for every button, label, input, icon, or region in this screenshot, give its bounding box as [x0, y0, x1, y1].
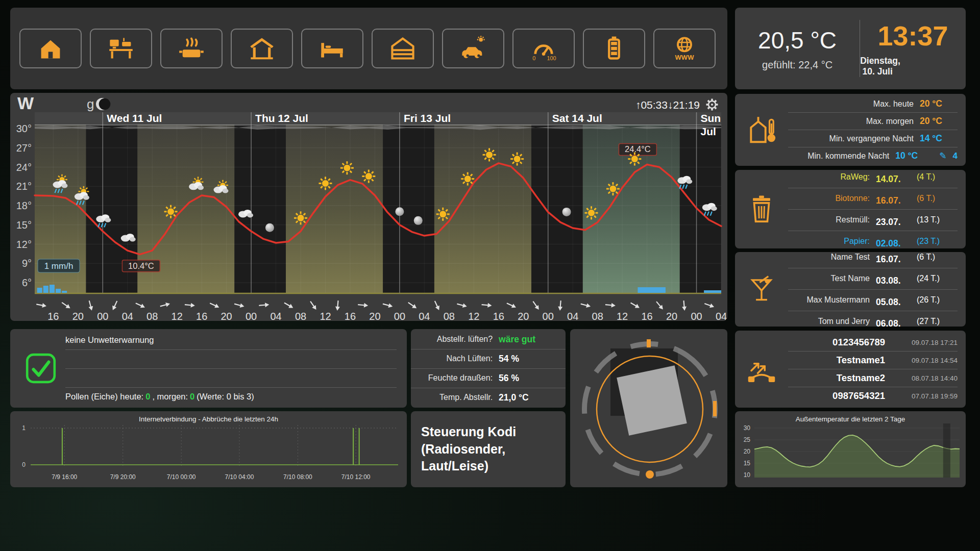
- clock-panel: 20,5 °C gefühlt: 22,4 °C 13:37 Dienstag,…: [735, 8, 966, 89]
- smart-home-dashboard: 0100 WWW 20,5 °C gefühlt: 22,4 °C 13:37 …: [0, 0, 980, 551]
- cocktail-icon: [747, 274, 776, 304]
- nav-button-gauge[interactable]: 0100: [512, 29, 575, 68]
- birthday-days-left: (27 T.): [917, 317, 958, 326]
- svg-text:20: 20: [369, 311, 380, 321]
- kodi-label: Steuerung Kodi (Radiosender, Laut/Leise): [421, 423, 555, 475]
- call-timestamp: 07.07.18 19:59: [891, 392, 958, 400]
- nav-button-storage[interactable]: [372, 29, 434, 68]
- svg-text:20: 20: [518, 311, 529, 321]
- svg-text:1: 1: [22, 424, 26, 432]
- nav-button-battery[interactable]: [583, 29, 645, 68]
- trash-date: 14.07.: [876, 174, 911, 185]
- svg-text:16: 16: [345, 311, 356, 321]
- trash-type: Papier:: [788, 237, 870, 246]
- birthday-rows: Name Test 16.07. (6 T.) Test Name 03.08.…: [788, 252, 966, 327]
- phone-calls-icon: [746, 354, 777, 385]
- gauge-icon: 0100: [530, 35, 557, 62]
- nav-button-office[interactable]: [90, 29, 152, 68]
- trash-type: Biotonne:: [788, 194, 870, 203]
- trash-rows: RaWeg: 14.07. (4 T.) Biotonne: 16.07. (6…: [788, 170, 966, 248]
- temperature-rows: Max. heute 20 °C Max. morgen 20 °C Min. …: [788, 94, 966, 166]
- trash-days-left: (4 T.): [917, 172, 958, 182]
- knob-handle-dot[interactable]: [646, 470, 654, 479]
- svg-text:7/10 04:00: 7/10 04:00: [225, 473, 254, 481]
- pollen-today-value: 0: [143, 392, 152, 402]
- temp-row: Min. kommende Nacht 10 °C ✎ 4: [788, 147, 958, 164]
- svg-text:10: 10: [744, 471, 751, 479]
- volume-knob[interactable]: [570, 329, 727, 487]
- knob-right-tick: [713, 401, 717, 416]
- trash-can-icon: [747, 194, 776, 224]
- house-icon: [37, 35, 64, 62]
- svg-text:16: 16: [493, 311, 504, 321]
- nav-button-kitchen[interactable]: [160, 29, 223, 68]
- ventilation-row: Nach Lüften: 54 %: [411, 349, 566, 368]
- kitchen-pot-icon: [178, 35, 205, 62]
- svg-text:7/9 16:00: 7/9 16:00: [52, 473, 77, 481]
- svg-text:Fri 13 Jul: Fri 13 Jul: [404, 112, 451, 124]
- svg-text:20: 20: [744, 448, 751, 455]
- www-label: WWW: [675, 54, 695, 61]
- nav-button-car-weather[interactable]: [442, 29, 504, 68]
- knob-top-tick: [647, 339, 651, 347]
- svg-text:16: 16: [47, 311, 59, 321]
- battery-icon: [601, 35, 627, 62]
- nav-button-bedroom[interactable]: [301, 29, 363, 68]
- ventilation-label: Nach Lüften:: [418, 354, 493, 363]
- ventilation-label: Temp. Abstellr.: [418, 393, 493, 402]
- svg-text:Jul: Jul: [701, 126, 716, 137]
- kodi-label-line2: (Radiosender, Laut/Leise): [421, 441, 555, 475]
- svg-text:30°: 30°: [16, 123, 32, 134]
- svg-text:↑05:33↓21:19: ↑05:33↓21:19: [635, 99, 700, 111]
- svg-text:08: 08: [146, 311, 158, 321]
- outdoor-temperature-chart-panel: Außentemperatur die letzten 2 Tage 30252…: [735, 411, 966, 487]
- panel-icon: [735, 331, 788, 408]
- ventilation-row: Feuchte draußen: 56 %: [411, 368, 566, 388]
- trash-schedule-panel: RaWeg: 14.07. (4 T.) Biotonne: 16.07. (6…: [735, 170, 966, 248]
- svg-text:15: 15: [744, 460, 751, 467]
- nav-button-home[interactable]: [19, 29, 82, 68]
- svg-text:08: 08: [444, 311, 455, 321]
- svg-text:0: 0: [22, 461, 26, 468]
- call-timestamp: 09.07.18 14:54: [891, 357, 958, 364]
- svg-text:24°: 24°: [16, 162, 32, 173]
- svg-text:7/10 08:00: 7/10 08:00: [283, 473, 312, 481]
- outdoor-temperature-chart: 3025201510: [735, 411, 966, 487]
- car-weather-icon: [460, 35, 486, 62]
- svg-text:7/10 00:00: 7/10 00:00: [167, 473, 196, 481]
- temp-label: Min. kommende Nacht: [788, 152, 889, 161]
- call-timestamp: 09.07.18 17:21: [891, 339, 958, 346]
- birthday-date: 16.07.: [876, 254, 911, 265]
- kodi-control-panel[interactable]: Steuerung Kodi (Radiosender, Laut/Leise): [411, 411, 566, 487]
- temp-label: Min. vergangene Nacht: [788, 134, 914, 143]
- warning-empty-row: [65, 349, 397, 368]
- birthday-name: Test Name: [788, 274, 870, 283]
- birthday-name: Name Test: [788, 253, 870, 262]
- birthday-days-left: (26 T.): [917, 295, 958, 305]
- svg-text:Thu 12 Jul: Thu 12 Jul: [255, 112, 308, 124]
- svg-text:12: 12: [468, 311, 479, 321]
- knob-plate: [617, 365, 687, 436]
- ventilation-row: Abstellr. lüften? wäre gut: [411, 330, 566, 349]
- svg-text:25: 25: [744, 436, 751, 443]
- birthday-date: 06.08.: [876, 318, 911, 329]
- svg-text:10.4°C: 10.4°C: [128, 261, 154, 270]
- nav-button-www[interactable]: WWW: [653, 29, 716, 68]
- caller-name: Testname2: [788, 372, 885, 384]
- ventilation-value: wäre gut: [499, 334, 558, 345]
- svg-text:7/9 20:00: 7/9 20:00: [110, 473, 136, 481]
- panel-icon: [735, 170, 788, 248]
- nav-button-terrace[interactable]: [231, 29, 293, 68]
- call-row: Testname2 08.07.18 14:40: [788, 369, 958, 387]
- ventilation-label: Feuchte draußen:: [418, 373, 493, 383]
- svg-text:08: 08: [592, 311, 603, 321]
- clock-time: 13:37: [860, 20, 966, 52]
- call-row: 0123456789 09.07.18 17:21: [788, 334, 958, 351]
- weather-forecast-panel[interactable]: Wg↑05:33↓21:1930°27°24°21°18°15°12°9°6°W…: [10, 93, 727, 321]
- temp-row: Min. vergangene Nacht 14 °C: [788, 130, 958, 147]
- caller-name: Testname1: [788, 355, 885, 366]
- svg-text:20: 20: [72, 311, 84, 321]
- gauge-max-label: 100: [547, 55, 556, 61]
- svg-text:Sat 14 Jul: Sat 14 Jul: [552, 112, 602, 124]
- call-list-panel: 0123456789 09.07.18 17:21 Testname1 09.0…: [735, 331, 966, 408]
